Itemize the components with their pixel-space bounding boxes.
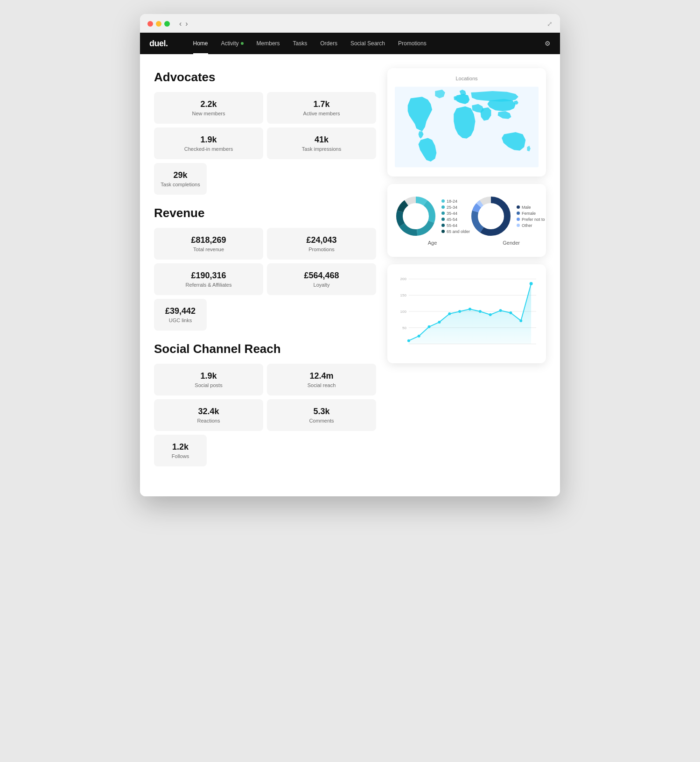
close-button[interactable]: [147, 21, 153, 27]
browser-chrome: ‹ › ⤢: [140, 14, 560, 33]
advocates-title: Advocates: [154, 70, 376, 85]
advocates-section: Advocates 2.2k New members 1.7k Active m…: [154, 70, 376, 195]
back-arrow-icon[interactable]: ‹: [179, 20, 182, 28]
nav-items: Home Activity Members Tasks Orders Socia…: [187, 33, 545, 54]
revenue-title: Revenue: [154, 206, 376, 220]
advocates-stats-grid: 2.2k New members 1.7k Active members 1.9…: [154, 92, 376, 195]
svg-point-26: [428, 325, 431, 328]
nav-item-social-search[interactable]: Social Search: [344, 33, 392, 54]
locations-card: Locations: [387, 68, 546, 176]
forward-arrow-icon[interactable]: ›: [185, 20, 188, 28]
svg-point-35: [519, 319, 522, 322]
stat-comments: 5.3k Comments: [267, 399, 376, 431]
nav-item-orders[interactable]: Orders: [314, 33, 344, 54]
svg-point-8: [404, 205, 427, 228]
stat-task-completions: 29k Task completions: [154, 163, 207, 195]
svg-point-33: [499, 309, 502, 312]
svg-text:200: 200: [400, 277, 407, 281]
svg-text:100: 100: [400, 310, 407, 314]
svg-point-25: [418, 335, 420, 338]
age-donut-svg: [395, 195, 437, 237]
legend-female: Female: [517, 211, 546, 216]
revenue-stats-grid: £818,269 Total revenue £24,043 Promotion…: [154, 228, 376, 331]
stat-total-revenue: £818,269 Total revenue: [154, 228, 263, 260]
left-panel: Advocates 2.2k New members 1.7k Active m…: [154, 68, 376, 478]
traffic-lights: [147, 21, 170, 27]
svg-point-29: [458, 310, 461, 313]
main-content: Advocates 2.2k New members 1.7k Active m…: [140, 54, 560, 496]
legend-18-24: 18-24: [441, 199, 470, 204]
line-chart-container: 200 150 100 50: [395, 272, 539, 356]
svg-point-32: [489, 313, 492, 316]
stat-active-members: 1.7k Active members: [267, 92, 376, 124]
stat-loyalty: £564,468 Loyalty: [267, 263, 376, 295]
maximize-button[interactable]: [164, 21, 170, 27]
revenue-section: Revenue £818,269 Total revenue £24,043 P…: [154, 206, 376, 331]
stat-task-impressions: 41k Task impressions: [267, 127, 376, 159]
stat-new-members: 2.2k New members: [154, 92, 263, 124]
settings-gear-icon[interactable]: ⚙: [545, 40, 551, 47]
age-label: Age: [428, 240, 437, 246]
stat-social-posts: 1.9k Social posts: [154, 364, 263, 395]
legend-prefer-not-to-say: Prefer not to say: [517, 217, 546, 222]
age-gender-card: 18-24 25-34 35-44: [387, 184, 546, 257]
svg-point-28: [448, 312, 451, 315]
logo: duel.: [149, 39, 168, 49]
legend-45-54: 45-54: [441, 217, 470, 222]
gender-label: Gender: [503, 240, 520, 246]
stat-referrals: £190,316 Referrals & Affiliates: [154, 263, 263, 295]
age-donut-with-legend: 18-24 25-34 35-44: [395, 195, 470, 237]
top-nav: duel. Home Activity Members Tasks Orders…: [140, 33, 560, 54]
age-chart-item: 18-24 25-34 35-44: [395, 195, 470, 246]
nav-item-promotions[interactable]: Promotions: [392, 33, 433, 54]
nav-item-members[interactable]: Members: [250, 33, 287, 54]
gender-donut-svg: [470, 195, 512, 237]
nav-item-tasks[interactable]: Tasks: [287, 33, 314, 54]
legend-35-44: 35-44: [441, 211, 470, 216]
line-chart-svg: 200 150 100 50: [395, 272, 539, 356]
stat-promotions-revenue: £24,043 Promotions: [267, 228, 376, 260]
social-channel-reach-section: Social Channel Reach 1.9k Social posts 1…: [154, 342, 376, 466]
stat-ugc-links: £39,442 UGC links: [154, 299, 207, 331]
map-svg: [395, 85, 539, 169]
age-legend: 18-24 25-34 35-44: [441, 199, 470, 234]
nav-item-activity[interactable]: Activity: [215, 33, 250, 54]
stat-reactions: 32.4k Reactions: [154, 399, 263, 431]
nav-arrows: ‹ ›: [179, 20, 188, 28]
locations-card-title: Locations: [395, 76, 539, 81]
right-panel: Locations: [387, 68, 546, 478]
stat-social-reach: 12.4m Social reach: [267, 364, 376, 395]
stat-checkedin-members: 1.9k Checked-in members: [154, 127, 263, 159]
browser-controls: ‹ › ⤢: [147, 20, 553, 33]
expand-icon[interactable]: ⤢: [547, 20, 553, 28]
social-channel-reach-title: Social Channel Reach: [154, 342, 376, 356]
legend-65plus: 65 and older: [441, 229, 470, 234]
gender-legend: Male Female Prefer not to say: [517, 205, 546, 228]
donut-charts-row: 18-24 25-34 35-44: [395, 191, 539, 249]
svg-point-30: [469, 308, 471, 310]
gender-chart-item: Male Female Prefer not to say: [470, 195, 546, 246]
svg-point-36: [530, 282, 533, 285]
legend-55-64: 55-64: [441, 223, 470, 228]
nav-item-home[interactable]: Home: [187, 33, 215, 54]
svg-point-14: [479, 205, 503, 228]
minimize-button[interactable]: [156, 21, 161, 27]
svg-text:50: 50: [402, 326, 406, 330]
legend-male: Male: [517, 205, 546, 210]
svg-point-31: [479, 310, 482, 313]
gender-donut-with-legend: Male Female Prefer not to say: [470, 195, 546, 237]
line-chart-card: 200 150 100 50: [387, 264, 546, 363]
svg-point-27: [438, 321, 441, 324]
legend-25-34: 25-34: [441, 205, 470, 210]
stat-follows: 1.2k Follows: [154, 435, 207, 466]
social-stats-grid: 1.9k Social posts 12.4m Social reach 32.…: [154, 364, 376, 466]
svg-text:150: 150: [400, 293, 407, 297]
activity-dot: [241, 42, 244, 45]
svg-point-34: [509, 311, 512, 314]
legend-other: Other: [517, 223, 546, 228]
world-map: [395, 85, 539, 169]
browser-window: ‹ › ⤢ duel. Home Activity Members Tasks …: [140, 14, 560, 496]
svg-point-24: [407, 339, 410, 342]
